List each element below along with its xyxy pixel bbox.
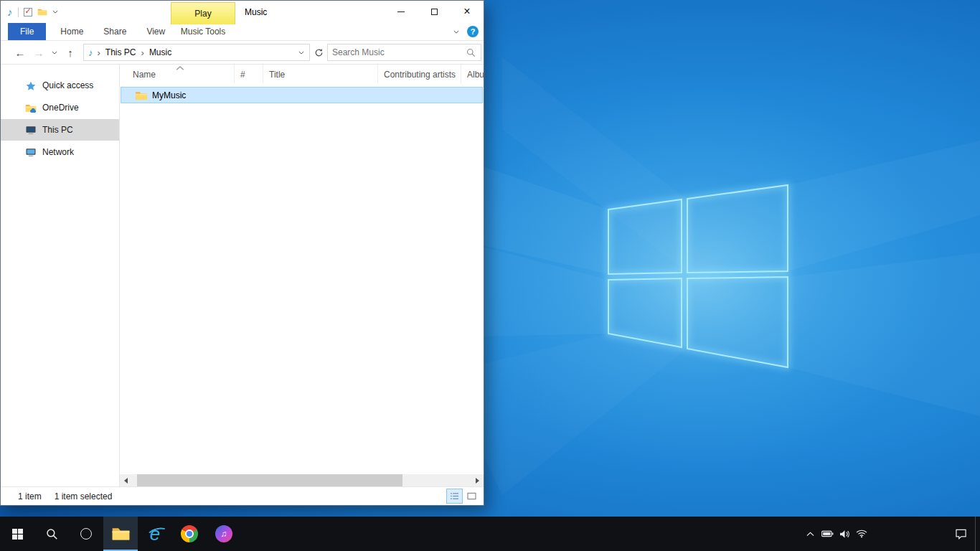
taskbar-file-explorer-button[interactable] xyxy=(103,517,138,551)
item-count: 1 item xyxy=(18,491,42,501)
column-header-album[interactable]: Album xyxy=(461,65,484,84)
window-title: Music xyxy=(245,7,267,17)
details-view-button[interactable] xyxy=(447,489,462,503)
search-icon xyxy=(46,528,58,540)
sidebar-item-network[interactable]: Network xyxy=(1,141,119,163)
onedrive-icon xyxy=(25,103,37,113)
action-center-button[interactable] xyxy=(946,517,975,551)
network-button[interactable] xyxy=(853,517,870,551)
new-folder-button[interactable] xyxy=(37,8,47,16)
wifi-icon xyxy=(856,529,867,538)
search-icon[interactable] xyxy=(466,48,476,57)
status-bar: 1 item 1 item selected xyxy=(1,486,484,505)
speaker-icon xyxy=(839,529,850,539)
view-toggle-buttons xyxy=(447,489,479,503)
sort-ascending-icon xyxy=(176,66,184,70)
show-desktop-button[interactable] xyxy=(975,517,980,551)
file-list[interactable]: MyMusic xyxy=(120,84,484,474)
maximize-button[interactable] xyxy=(418,1,451,22)
back-button[interactable]: ← xyxy=(11,47,29,59)
selection-count: 1 item selected xyxy=(55,491,113,501)
chevron-up-icon xyxy=(806,532,814,537)
system-tray xyxy=(801,517,980,551)
properties-icon xyxy=(24,8,32,17)
file-row-mymusic[interactable]: MyMusic xyxy=(121,87,483,103)
file-explorer-icon xyxy=(111,526,131,541)
title-bar: ♪ Play Music × xyxy=(1,1,484,23)
sidebar-item-onedrive[interactable]: OneDrive xyxy=(1,97,119,118)
taskbar-chrome-button[interactable] xyxy=(172,517,207,551)
network-icon xyxy=(25,148,37,157)
volume-button[interactable] xyxy=(836,517,853,551)
explorer-body: Quick access OneDrive This PC Network xyxy=(1,65,484,486)
column-header-title[interactable]: Title xyxy=(263,65,378,84)
tab-share[interactable]: Share xyxy=(93,23,136,40)
hidden-icons-button[interactable] xyxy=(801,517,819,551)
breadcrumb-music[interactable]: Music xyxy=(146,47,175,57)
address-bar[interactable]: ♪ › This PC › Music xyxy=(83,44,310,61)
itunes-music-icon: ♫ xyxy=(215,525,232,542)
column-headers: Name # Title Contributing artists Album xyxy=(120,65,484,84)
taskbar-internet-explorer-button[interactable]: e xyxy=(138,517,172,551)
breadcrumb-separator: › xyxy=(141,47,144,58)
folder-icon xyxy=(135,90,148,100)
column-header-contributing-artists[interactable]: Contributing artists xyxy=(378,65,461,84)
help-icon[interactable]: ? xyxy=(467,26,479,37)
customize-qat-button[interactable] xyxy=(52,10,58,14)
cortana-button[interactable] xyxy=(69,517,103,551)
music-folder-icon: ♪ xyxy=(88,47,93,58)
recent-locations-button[interactable] xyxy=(48,51,61,55)
battery-button[interactable] xyxy=(819,517,836,551)
sidebar-label: Network xyxy=(42,147,74,157)
scroll-left-arrow[interactable] xyxy=(120,474,132,486)
star-icon xyxy=(25,81,37,90)
scrollbar-thumb[interactable] xyxy=(137,474,402,486)
taskbar: e ♫ xyxy=(0,517,980,551)
tab-file[interactable]: File xyxy=(8,23,46,40)
navigation-bar: ← → ↑ ♪ › This PC › Music xyxy=(1,41,484,65)
chrome-icon xyxy=(181,525,198,542)
new-folder-icon xyxy=(37,8,47,16)
sidebar-item-this-pc[interactable]: This PC xyxy=(1,119,119,141)
breadcrumb-this-pc[interactable]: This PC xyxy=(102,47,140,57)
taskbar-search-button[interactable] xyxy=(34,517,69,551)
battery-icon xyxy=(821,530,834,537)
tab-home[interactable]: Home xyxy=(50,23,93,40)
search-box[interactable] xyxy=(327,44,481,61)
sidebar-item-quick-access[interactable]: Quick access xyxy=(1,75,119,96)
sidebar-label: This PC xyxy=(42,125,73,135)
computer-icon xyxy=(25,126,37,135)
up-button[interactable]: ↑ xyxy=(61,47,80,59)
breadcrumb-separator: › xyxy=(98,47,100,58)
horizontal-scrollbar[interactable] xyxy=(120,474,484,486)
cortana-icon xyxy=(80,528,92,540)
sidebar-label: Quick access xyxy=(42,80,93,90)
properties-button[interactable] xyxy=(24,8,32,17)
forward-button[interactable]: → xyxy=(29,47,48,59)
divider xyxy=(18,7,19,17)
minimize-button[interactable] xyxy=(385,1,418,22)
search-input[interactable] xyxy=(332,47,466,57)
address-dropdown-button[interactable] xyxy=(296,51,306,55)
chevron-down-icon xyxy=(52,10,58,14)
refresh-button[interactable] xyxy=(311,48,326,57)
large-icons-view-button[interactable] xyxy=(464,489,479,503)
ribbon-controls: ? xyxy=(453,23,479,40)
column-header-number[interactable]: # xyxy=(235,65,263,84)
details-view-icon xyxy=(450,492,459,500)
contextual-group-play[interactable]: Play xyxy=(171,2,235,24)
scroll-right-arrow[interactable] xyxy=(471,474,484,486)
close-button[interactable]: × xyxy=(451,1,484,22)
file-name: MyMusic xyxy=(152,90,186,100)
expand-ribbon-button[interactable] xyxy=(453,30,459,34)
tab-view[interactable]: View xyxy=(136,23,175,40)
notification-icon xyxy=(955,529,967,540)
internet-explorer-icon: e xyxy=(150,524,160,543)
chevron-down-icon xyxy=(453,30,459,34)
chevron-down-icon xyxy=(298,51,304,55)
large-icons-view-icon xyxy=(467,492,476,500)
tab-music-tools[interactable]: Music Tools xyxy=(171,23,235,40)
caption-buttons: × xyxy=(385,1,484,22)
taskbar-itunes-button[interactable]: ♫ xyxy=(207,517,241,551)
start-button[interactable] xyxy=(0,517,34,551)
